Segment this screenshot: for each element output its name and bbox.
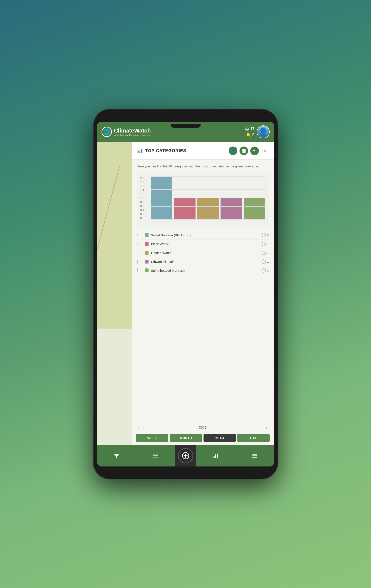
- grid-line-08: [151, 202, 265, 202]
- rank-1: 1.: [137, 233, 142, 237]
- grid-line-06: [151, 206, 265, 207]
- tab-month[interactable]: MONTH: [170, 434, 202, 442]
- legend-list: 1. Sweet Bursaria (Blackthorn) 2 2. Blac…: [137, 231, 269, 275]
- y-label-06: 0.6: [140, 204, 150, 208]
- rank-4: 2.: [137, 260, 142, 263]
- svg-rect-0: [153, 454, 158, 454]
- next-year-button[interactable]: ›: [264, 424, 269, 431]
- grid-line-12: [151, 194, 265, 194]
- y-label-20: 2.0: [140, 177, 150, 180]
- rank-3: 2.: [137, 251, 142, 254]
- year-label: 2021: [199, 426, 207, 430]
- chart-y-axis: 0 0.2 0.4 0.6 0.8 1.0 1.2 1.4 1.6 1.8 2.…: [140, 177, 150, 220]
- panel-title: TOP CATEGORIES: [145, 148, 226, 153]
- prev-year-button[interactable]: ‹: [136, 424, 142, 431]
- header-logo: 🌐 ClimateWatch an initiative of Earthwat…: [102, 127, 245, 137]
- y-label-10: 1.0: [140, 197, 150, 200]
- avatar[interactable]: 👤: [257, 126, 270, 138]
- list-item: 2. Golden Wattle 1: [137, 248, 269, 257]
- y-label-04: 0.4: [140, 208, 150, 211]
- color-swatch-2: [145, 242, 148, 246]
- chart-grid: [151, 177, 265, 220]
- bottom-navigation: [97, 445, 274, 466]
- person-action-button[interactable]: 👤: [229, 147, 237, 155]
- avatar-image: 👤: [257, 126, 269, 138]
- count-1: 2: [262, 233, 269, 237]
- list-item: 2. Ribwort Plantain 1: [137, 257, 269, 266]
- svg-rect-5: [215, 454, 216, 458]
- tab-year[interactable]: YEAR: [203, 434, 236, 442]
- y-label-0: 0: [140, 216, 150, 220]
- species-name-5: Spiny-headed Mat-rush: [151, 269, 259, 272]
- year-navigation: ‹ 2021 ›: [136, 424, 270, 431]
- count-value-4: 1: [267, 260, 269, 263]
- species-name-2: Black Wattle: [151, 242, 259, 246]
- svg-rect-7: [252, 454, 257, 454]
- count-icon-3: [262, 251, 266, 255]
- svg-rect-4: [213, 456, 214, 458]
- count-value-2: 1: [267, 242, 269, 246]
- color-swatch-4: [145, 260, 148, 263]
- grid-line-04: [151, 211, 265, 211]
- color-swatch-5: [145, 268, 148, 272]
- species-name-4: Ribwort Plantain: [151, 260, 259, 263]
- add-observation-button[interactable]: [178, 448, 193, 463]
- notifications-area: ◎ 17 🔔 0: [245, 126, 254, 137]
- tab-week[interactable]: WEEK: [136, 434, 169, 442]
- y-label-18: 1.8: [140, 180, 150, 184]
- count-icon-4: [262, 259, 266, 264]
- hamburger-menu-icon[interactable]: [250, 451, 259, 461]
- list-item: 2. Black Wattle 1: [137, 240, 269, 248]
- grid-line-16: [151, 185, 265, 185]
- list-item: 1. Sweet Bursaria (Blackthorn) 2: [137, 231, 269, 240]
- grid-line-10: [151, 198, 265, 198]
- panel-actions: 👤 📊 〜 ×: [229, 147, 269, 155]
- y-label-02: 0.2: [140, 212, 150, 216]
- top-categories-panel: 📊 TOP CATEGORIES 👤 📊 〜 × Here you can fi…: [132, 142, 274, 445]
- bell-notification[interactable]: 🔔 0: [245, 132, 254, 137]
- message-icon: ◎: [245, 126, 249, 131]
- stats-icon[interactable]: [211, 451, 221, 461]
- list-icon[interactable]: [151, 451, 160, 461]
- color-swatch-1: [145, 233, 148, 237]
- count-3: 1: [262, 251, 269, 255]
- logo-text: ClimateWatch an initiative of Earthwatch…: [114, 127, 151, 136]
- time-tabs: WEEK MONTH YEAR TOTAL: [136, 434, 270, 442]
- close-button[interactable]: ×: [261, 147, 269, 155]
- grid-line-0: [151, 219, 265, 220]
- svg-rect-9: [252, 457, 257, 457]
- rank-5: 2.: [137, 269, 142, 272]
- svg-rect-2: [153, 457, 158, 457]
- svg-rect-6: [217, 453, 218, 458]
- svg-rect-8: [252, 455, 257, 456]
- filter-icon[interactable]: [112, 451, 121, 461]
- trend-action-button[interactable]: 〜: [250, 147, 259, 155]
- header-right: ◎ 17 🔔 0 👤: [245, 126, 269, 138]
- panel-body: Here you can find the 10 categories with…: [132, 160, 274, 421]
- count-icon-1: [262, 233, 266, 237]
- count-value-5: 1: [267, 269, 269, 272]
- count-5: 1: [262, 268, 269, 273]
- bottom-left-section: [97, 445, 175, 466]
- y-label-12: 1.2: [140, 192, 150, 196]
- grid-line-20: [151, 177, 265, 177]
- messages-notification[interactable]: ◎ 17: [245, 126, 254, 131]
- count-2: 1: [262, 242, 269, 246]
- app-title: ClimateWatch: [114, 127, 151, 134]
- tab-total[interactable]: TOTAL: [237, 434, 270, 442]
- count-4: 1: [262, 259, 269, 264]
- rank-2: 2.: [137, 242, 142, 246]
- y-label-16: 1.6: [140, 184, 150, 188]
- color-swatch-3: [145, 251, 148, 255]
- bell-count: 0: [252, 133, 254, 137]
- bar-chart-action-button[interactable]: 📊: [240, 147, 248, 155]
- phone-device: 🌐 ClimateWatch an initiative of Earthwat…: [93, 109, 278, 479]
- bottom-right-section: [196, 445, 274, 466]
- species-name-1: Sweet Bursaria (Blackthorn): [151, 233, 259, 237]
- bell-icon: 🔔: [245, 132, 251, 137]
- app-subtitle: an initiative of Earthwatch Institute: [114, 134, 151, 136]
- species-name-3: Golden Wattle: [151, 251, 259, 255]
- count-value-1: 2: [267, 233, 269, 237]
- panel-header: 📊 TOP CATEGORIES 👤 📊 〜 ×: [132, 142, 274, 160]
- globe-icon: 🌐: [102, 127, 112, 137]
